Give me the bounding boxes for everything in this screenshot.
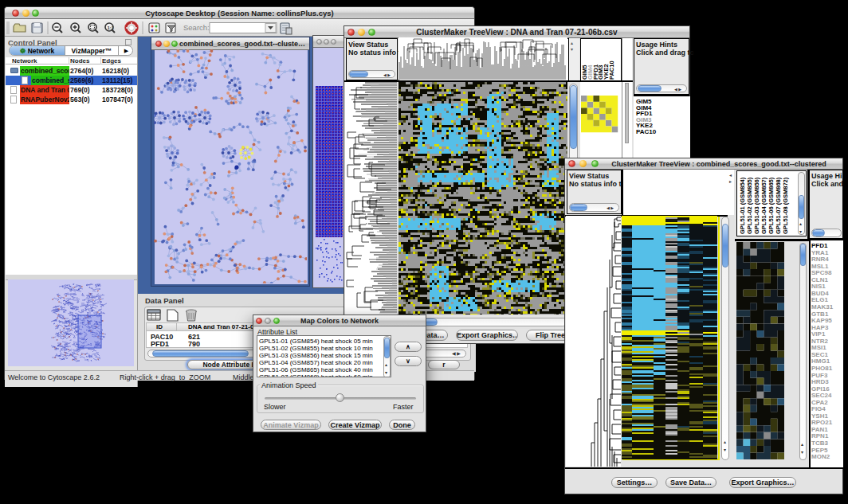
svg-text:1:1: 1:1 <box>108 25 115 30</box>
svg-text:GPL51-08 (GSM872): GPL51-08 (GSM872) <box>782 177 789 234</box>
svg-text:GPL51-04 (GSM857): GPL51-04 (GSM857) <box>760 177 768 234</box>
svg-text:GPL51-01 (GSM854): GPL51-01 (GSM854) <box>739 177 746 234</box>
svg-text:GPL51-07 (GSM868): GPL51-07 (GSM868) <box>775 177 782 234</box>
svg-text:GPL51-02 (GSM855): GPL51-02 (GSM855) <box>746 177 753 234</box>
svg-text:GPL51-06 (GSM865): GPL51-06 (GSM865) <box>768 177 775 234</box>
svg-text:Search:: Search: <box>183 23 210 32</box>
svg-text:PAC10: PAC10 <box>608 61 615 80</box>
svg-text:GPL51-03 (GSM856): GPL51-03 (GSM856) <box>753 177 760 234</box>
